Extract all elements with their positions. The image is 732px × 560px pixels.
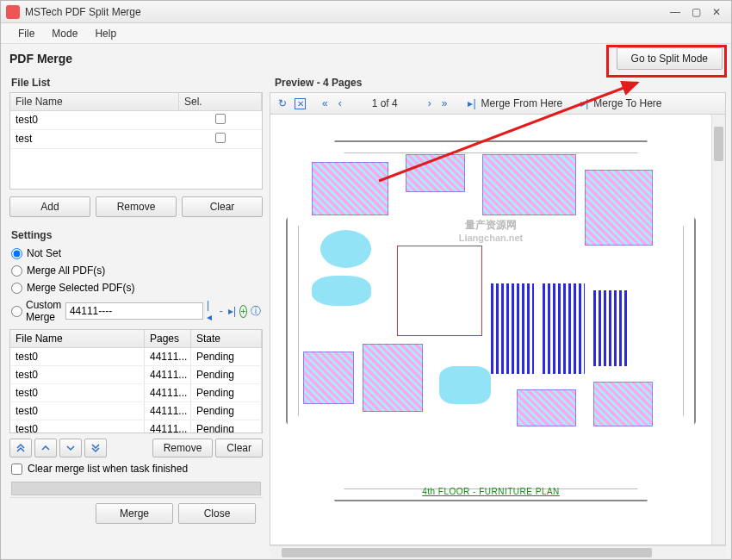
clear-when-done-row[interactable]: Clear merge list when task finished: [9, 457, 263, 480]
first-icon[interactable]: |◂: [207, 304, 214, 318]
last-page-icon[interactable]: »: [439, 97, 450, 109]
plus-icon[interactable]: +: [239, 305, 247, 318]
clear-when-done-label: Clear merge list when task finished: [28, 463, 188, 475]
left-panel: File List File Name Sel. test0 test: [1, 73, 270, 559]
radio-input[interactable]: [11, 265, 22, 277]
custom-merge-input[interactable]: [65, 302, 203, 320]
move-up-button[interactable]: [34, 439, 57, 457]
maximize-button[interactable]: ▢: [686, 4, 705, 20]
move-bottom-button[interactable]: [84, 439, 107, 457]
cancel-icon[interactable]: ✕: [295, 98, 306, 109]
menu-file[interactable]: File: [9, 25, 43, 42]
progress-bar: [11, 482, 261, 495]
col-file-name[interactable]: File Name: [10, 330, 145, 347]
move-top-button[interactable]: [9, 439, 32, 457]
file-sel-cell[interactable]: [179, 111, 262, 129]
menubar: File Mode Help: [1, 23, 731, 44]
last-icon[interactable]: ▸|: [228, 304, 236, 318]
file-sel-cell[interactable]: [179, 130, 262, 148]
radio-custom-merge-row: Custom Merge |◂ - ▸| + ⓘ: [9, 296, 263, 326]
mergelist-clear-button[interactable]: Clear: [215, 439, 263, 457]
page-indicator: 1 of 4: [350, 97, 420, 109]
checkbox-icon[interactable]: [215, 133, 226, 143]
merge-from-here-button[interactable]: ▸|Merge From Here: [465, 97, 562, 109]
menu-help[interactable]: Help: [86, 25, 125, 42]
merge-list-body: test044111...Pending test044111...Pendin…: [10, 348, 262, 432]
radio-label: Not Set: [27, 247, 61, 259]
preview-canvas[interactable]: 4th FLOOR - FURNITURE PLAN 量产资源网 Liangch…: [270, 115, 711, 544]
prev-page-icon[interactable]: ‹: [336, 97, 344, 109]
mergelist-remove-button[interactable]: Remove: [152, 439, 214, 457]
radio-custom-merge[interactable]: [11, 306, 22, 317]
add-button[interactable]: Add: [9, 196, 90, 217]
move-down-button[interactable]: [59, 439, 82, 457]
col-state[interactable]: State: [191, 330, 262, 347]
vertical-scrollbar[interactable]: [711, 115, 725, 544]
file-list-header: File Name Sel.: [10, 93, 262, 111]
plan-caption: 4th FLOOR - FURNITURE PLAN: [422, 487, 560, 496]
clear-when-done-checkbox[interactable]: [11, 464, 22, 475]
checkbox-icon[interactable]: [215, 114, 226, 124]
marker-from-icon: ▸|: [465, 97, 478, 109]
radio-label: Merge Selected PDF(s): [27, 282, 134, 294]
file-row[interactable]: test: [10, 130, 262, 149]
settings-section: Settings Not Set Merge All PDF(s) Merge …: [9, 226, 263, 326]
preview-toolbar: ↻ ✕ « ‹ 1 of 4 › » ▸|Merge From Here ▸|M…: [270, 92, 726, 115]
col-sel[interactable]: Sel.: [179, 93, 262, 110]
first-page-icon[interactable]: «: [319, 97, 331, 109]
merge-row[interactable]: test044111...Pending: [10, 366, 262, 384]
radio-merge-selected[interactable]: Merge Selected PDF(s): [9, 279, 263, 296]
merge-to-here-button[interactable]: ▸|Merge To Here: [578, 97, 661, 109]
close-window-button[interactable]: ✕: [707, 4, 726, 20]
radio-input[interactable]: [11, 283, 22, 294]
page-title: PDF Merge: [9, 52, 617, 65]
body: File List File Name Sel. test0 test: [1, 73, 731, 559]
col-pages[interactable]: Pages: [145, 330, 191, 347]
merge-row[interactable]: test044111...Pending: [10, 402, 262, 420]
right-panel: Preview - 4 Pages ↻ ✕ « ‹ 1 of 4 › » ▸|M…: [270, 73, 731, 559]
radio-input[interactable]: [11, 248, 22, 259]
radio-merge-all[interactable]: Merge All PDF(s): [9, 262, 263, 279]
file-list: File Name Sel. test0 test: [9, 92, 263, 190]
preview-area: 4th FLOOR - FURNITURE PLAN 量产资源网 Liangch…: [270, 115, 726, 545]
horizontal-scrollbar[interactable]: [270, 545, 726, 559]
footer-buttons: Merge Close: [9, 497, 263, 529]
filelist-buttons: Add Remove Clear: [9, 196, 263, 217]
filelist-title: File List: [9, 73, 263, 92]
radio-label: Merge All PDF(s): [27, 264, 105, 277]
file-list-body: test0 test: [10, 111, 262, 189]
col-file-name[interactable]: File Name: [10, 93, 179, 110]
info-icon[interactable]: ⓘ: [251, 304, 261, 318]
app-icon: [6, 5, 20, 19]
titlebar: MSTech PDF Split Merge — ▢ ✕: [1, 1, 731, 23]
file-name-cell: test: [10, 130, 179, 148]
merge-list-header: File Name Pages State: [10, 330, 262, 348]
merge-row[interactable]: test044111...Pending: [10, 348, 262, 366]
remove-button[interactable]: Remove: [96, 196, 177, 217]
merge-row[interactable]: test044111...Pending: [10, 384, 262, 402]
menu-mode[interactable]: Mode: [43, 25, 86, 42]
merge-row[interactable]: test044111...Pending: [10, 420, 262, 432]
dash-icon[interactable]: -: [217, 304, 225, 318]
merge-button[interactable]: Merge: [96, 503, 173, 524]
marker-to-icon: ▸|: [578, 97, 591, 109]
merge-list: File Name Pages State test044111...Pendi…: [9, 329, 263, 433]
annotation-highlight-box: [606, 45, 727, 78]
minimize-button[interactable]: —: [666, 4, 685, 20]
floorplan-drawing: 4th FLOOR - FURNITURE PLAN: [277, 132, 704, 510]
next-page-icon[interactable]: ›: [425, 97, 434, 109]
refresh-icon[interactable]: ↻: [276, 97, 289, 109]
window-title: MSTech PDF Split Merge: [25, 6, 664, 18]
scrollbar-thumb[interactable]: [282, 548, 652, 557]
radio-label: Custom Merge: [26, 299, 62, 323]
radio-not-set[interactable]: Not Set: [9, 245, 263, 262]
clear-button[interactable]: Clear: [182, 196, 263, 217]
file-row[interactable]: test0: [10, 111, 262, 130]
close-button[interactable]: Close: [178, 503, 256, 524]
app-window: MSTech PDF Split Merge — ▢ ✕ File Mode H…: [0, 0, 732, 560]
scrollbar-thumb[interactable]: [714, 127, 723, 161]
merge-list-controls: Remove Clear: [9, 439, 263, 457]
file-name-cell: test0: [10, 111, 179, 129]
settings-title: Settings: [9, 226, 263, 245]
